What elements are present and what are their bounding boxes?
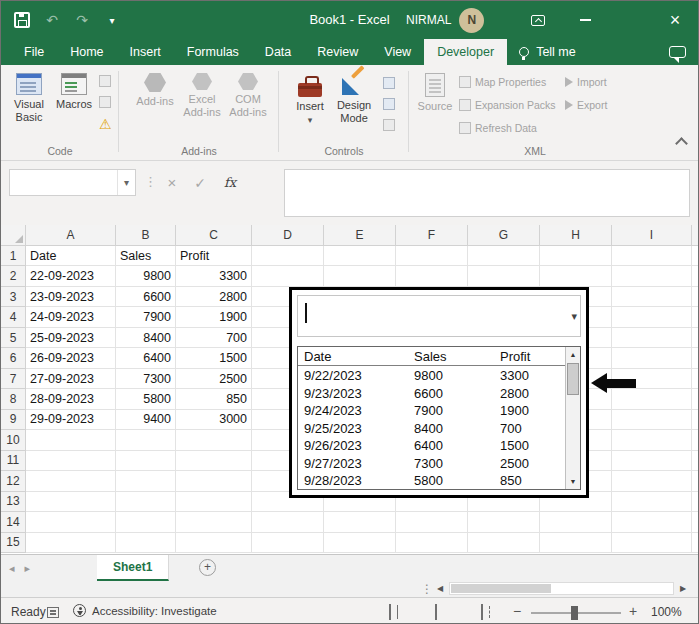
refresh-data-button[interactable]: Refresh Data [459, 119, 537, 137]
column-header-H[interactable]: H [540, 225, 612, 246]
new-sheet-button[interactable]: + [199, 559, 216, 576]
scrollbar-thumb[interactable] [451, 584, 551, 593]
cell-G15[interactable] [468, 533, 540, 553]
cell-C15[interactable] [176, 533, 252, 553]
name-box[interactable]: ▾ [9, 169, 136, 196]
listbox-row[interactable]: 9/22/202398003300 [298, 367, 565, 385]
cell-B11[interactable] [116, 451, 176, 471]
row-header-15[interactable]: 15 [1, 533, 26, 553]
insert-function-button[interactable]: fx [217, 169, 243, 196]
cell-E15[interactable] [324, 533, 396, 553]
cell-A13[interactable] [26, 492, 116, 512]
minimize-button[interactable] [563, 1, 607, 39]
cell-B7[interactable]: 7300 [116, 369, 176, 389]
listbox-row[interactable]: 9/23/202366002800 [298, 385, 565, 403]
cell-A7[interactable]: 27-09-2023 [26, 369, 116, 389]
cell-E1[interactable] [324, 246, 396, 266]
cell-B8[interactable]: 5800 [116, 389, 176, 409]
zoom-in-button[interactable]: + [629, 603, 637, 619]
row-header-10[interactable]: 10 [1, 430, 26, 450]
cell-A15[interactable] [26, 533, 116, 553]
cell-H1[interactable] [540, 246, 612, 266]
cell-B12[interactable] [116, 471, 176, 491]
cell-I12[interactable] [612, 471, 692, 491]
cancel-button[interactable]: × [159, 169, 185, 196]
page-layout-view-button[interactable] [435, 605, 437, 619]
combo-box[interactable]: ▾ [297, 295, 581, 337]
cell-B14[interactable] [116, 512, 176, 532]
cell-F14[interactable] [396, 512, 468, 532]
cell-I13[interactable] [612, 492, 692, 512]
cell-C10[interactable] [176, 430, 252, 450]
tab-developer[interactable]: Developer [424, 39, 507, 65]
row-header-1[interactable]: 1 [1, 246, 26, 266]
zoom-slider-thumb[interactable] [571, 606, 578, 620]
listbox-row[interactable]: 9/24/202379001900 [298, 402, 565, 420]
cell-A5[interactable]: 25-09-2023 [26, 328, 116, 348]
cell-A3[interactable]: 23-09-2023 [26, 287, 116, 307]
cell-B10[interactable] [116, 430, 176, 450]
excel-add-ins-button[interactable]: Excel Add-ins [179, 69, 225, 149]
scroll-right-button[interactable]: ▶ [676, 582, 690, 596]
column-header-I[interactable]: I [612, 225, 692, 246]
row-header-3[interactable]: 3 [1, 287, 26, 307]
record-macro-icon[interactable] [99, 75, 111, 87]
cell-I2[interactable] [612, 266, 692, 286]
cell-A14[interactable] [26, 512, 116, 532]
cell-C1[interactable]: Profit [176, 246, 252, 266]
cell-A10[interactable] [26, 430, 116, 450]
cell-C2[interactable]: 3300 [176, 266, 252, 286]
scroll-up-button[interactable]: ▲ [566, 347, 580, 362]
cell-B4[interactable]: 7900 [116, 307, 176, 327]
listbox-row[interactable]: 9/27/202373002500 [298, 455, 565, 473]
cell-E14[interactable] [324, 512, 396, 532]
tab-data[interactable]: Data [252, 39, 304, 65]
cell-C8[interactable]: 850 [176, 389, 252, 409]
name-box-dropdown-icon[interactable]: ▾ [117, 170, 135, 195]
cell-A12[interactable] [26, 471, 116, 491]
cell-I15[interactable] [612, 533, 692, 553]
record-macro-status-icon[interactable] [47, 607, 59, 618]
cell-A8[interactable]: 28-09-2023 [26, 389, 116, 409]
column-header-C[interactable]: C [176, 225, 252, 246]
cell-B6[interactable]: 6400 [116, 348, 176, 368]
collapse-ribbon-button[interactable] [677, 134, 686, 152]
cell-H15[interactable] [540, 533, 612, 553]
expansion-packs-button[interactable]: Expansion Packs [459, 96, 556, 114]
horizontal-scrollbar[interactable]: ◀ ▶ [433, 581, 690, 596]
listbox-scrollbar[interactable]: ▲ ▼ [565, 347, 580, 489]
column-header-D[interactable]: D [252, 225, 324, 246]
cell-E2[interactable] [324, 266, 396, 286]
cell-A4[interactable]: 24-09-2023 [26, 307, 116, 327]
sheet-nav-left-icon[interactable]: ◂ [9, 562, 15, 575]
cell-C12[interactable] [176, 471, 252, 491]
tab-review[interactable]: Review [304, 39, 371, 65]
ribbon-display-options-button[interactable] [522, 1, 554, 39]
account-area[interactable]: NIRMAL N [406, 1, 484, 39]
column-header-G[interactable]: G [468, 225, 540, 246]
tab-file[interactable]: File [11, 39, 57, 65]
tab-insert[interactable]: Insert [117, 39, 174, 65]
source-button[interactable]: Source [415, 69, 455, 149]
cell-I14[interactable] [612, 512, 692, 532]
cell-I3[interactable] [612, 287, 692, 307]
map-properties-button[interactable]: Map Properties [459, 73, 546, 91]
cell-B9[interactable]: 9400 [116, 410, 176, 430]
scrollbar-track[interactable] [449, 582, 674, 595]
cell-F2[interactable] [396, 266, 468, 286]
sheet-tab-sheet1[interactable]: Sheet1 [97, 555, 169, 581]
cell-C3[interactable]: 2800 [176, 287, 252, 307]
cell-D15[interactable] [252, 533, 324, 553]
comments-button[interactable] [669, 39, 686, 65]
row-header-13[interactable]: 13 [1, 492, 26, 512]
list-box[interactable]: DateSalesProfit 9/22/2023980033009/23/20… [297, 346, 581, 490]
cell-I4[interactable] [612, 307, 692, 327]
zoom-out-button[interactable]: − [513, 603, 521, 619]
cell-G2[interactable] [468, 266, 540, 286]
listbox-row[interactable]: 9/28/20235800850 [298, 472, 565, 489]
view-code-icon[interactable] [383, 98, 395, 110]
row-header-2[interactable]: 2 [1, 266, 26, 286]
close-button[interactable]: × [652, 1, 698, 39]
macros-button[interactable]: Macros [53, 69, 95, 149]
design-mode-button[interactable]: Design Mode [331, 69, 377, 149]
